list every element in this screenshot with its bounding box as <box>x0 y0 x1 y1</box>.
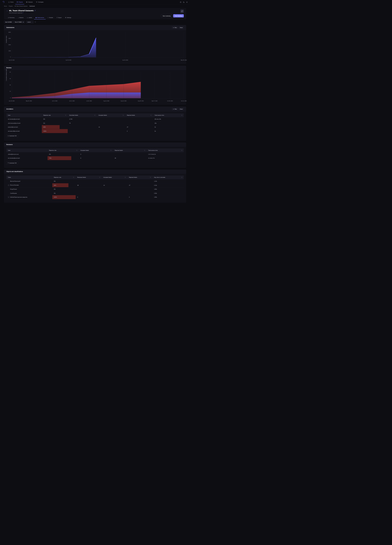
y-tick: 6000 <box>8 32 11 33</box>
tab-summary[interactable]: ◷Summary <box>6 16 16 19</box>
reset-button[interactable]: Reset <box>179 26 184 29</box>
column-header[interactable]: Total session time⇅ <box>147 148 184 152</box>
rejection-cell: 0% <box>52 187 76 191</box>
column-header[interactable]: Accepted labels⇅ <box>102 175 127 179</box>
edit-title-icon[interactable] <box>34 10 36 12</box>
table-cell: eric.landau@cord.tech <box>6 156 48 160</box>
column-header[interactable]: Accepted labels⇅ <box>97 113 125 117</box>
column-header[interactable]: Rejection rate⇅ <box>48 148 79 152</box>
submissions-chart: Submitted labels 60004500300015000 Apr 2… <box>6 32 184 61</box>
tab-settings[interactable]: ⚙Settings <box>64 16 73 19</box>
tab-performance[interactable]: ▦Performance <box>34 16 46 19</box>
table-row[interactable]: edward@cord.tech69%12270s <box>6 125 184 129</box>
table-row[interactable]: +Vehicle/Транспортное средство100%221.99… <box>6 195 184 199</box>
table-row[interactable]: annotator3@cord.tech100%20s <box>6 129 184 133</box>
moon-icon[interactable] <box>183 1 184 3</box>
table-row[interactable]: +Person/Человек69%3912272.16s <box>6 183 184 187</box>
sort-icon: ⇅ <box>150 177 151 178</box>
bell-icon[interactable] <box>180 1 182 3</box>
calendar-icon: ▦ <box>23 21 24 23</box>
edit-desc-icon[interactable] <box>23 12 24 13</box>
filter-bar: Apr 12 2022 → Nov 17 2022 ▦ Labels ⓘ <box>4 21 186 24</box>
table-row[interactable]: eric.landau@cord.tech76%92911 mins 17s <box>6 156 184 160</box>
nav-ontologies[interactable]: Ontologies <box>35 0 45 4</box>
sort-icon: ⇅ <box>65 115 66 116</box>
table-cell: 1 hr 4 mins 2s <box>147 152 184 156</box>
panel-title: Reviewers <box>6 144 13 145</box>
start-labelling-button[interactable]: Start labelling <box>173 14 184 18</box>
tab-labels[interactable]: ◇Labels <box>25 16 34 19</box>
expand-icon[interactable]: + <box>8 197 9 198</box>
download-csv-button[interactable]: ⬇Download CSV <box>6 134 18 137</box>
table-cell <box>97 117 125 121</box>
nav-home[interactable]: Home <box>7 0 15 4</box>
nav-label: Datasets <box>28 1 33 3</box>
table-cell: 1.80s <box>153 187 184 191</box>
back-button[interactable] <box>6 10 8 12</box>
table-cell <box>76 191 102 195</box>
y-tick: 45 <box>8 78 11 79</box>
reviewers-panel: Reviewers UserRejection rate⇅Accepted la… <box>4 142 186 168</box>
nav-label: Projects <box>18 1 23 3</box>
annotators-table: UserRejection rate⇅Submitted labels⇅Acce… <box>6 113 184 133</box>
panel-title: Annotators <box>6 108 13 110</box>
table-cell: 38 mins 23s <box>153 117 184 121</box>
column-header[interactable]: Total session time⇅ <box>153 113 184 117</box>
tab-export[interactable]: ↥Export <box>55 16 63 19</box>
nav-label: Ontologies <box>38 1 44 3</box>
ontologies-icon <box>36 1 37 3</box>
projects-icon <box>17 1 18 3</box>
table-row[interactable]: uthara@encord.com0%31 hr 4 mins 2s <box>6 152 184 156</box>
x-tick: Oct 31, 2022 <box>181 100 187 101</box>
expand-icon[interactable]: + <box>8 185 9 186</box>
date-range-picker[interactable]: Apr 12 2022 → Nov 17 2022 ▦ <box>4 21 25 24</box>
refresh-button[interactable] <box>180 10 184 13</box>
filter-button[interactable]: ⫧Filter <box>172 108 178 110</box>
top-nav: Home Projects Datasets Ontologies <box>0 0 190 4</box>
crumb-link[interactable]: Projects <box>9 6 13 7</box>
rejection-cell: 0% <box>52 179 76 183</box>
nav-projects[interactable]: Projects <box>15 0 24 4</box>
table-cell <box>102 187 127 191</box>
column-header[interactable]: Rejection rate⇅ <box>42 113 67 117</box>
table-row[interactable]: Batman/Киногерой0%1.13s <box>6 179 184 183</box>
reset-button[interactable]: Reset <box>179 108 184 110</box>
table-row[interactable]: Cow/Корова0%2.36s <box>6 191 184 195</box>
logo[interactable] <box>2 1 5 3</box>
sort-icon: ⇅ <box>99 177 100 178</box>
sort-icon: ⇅ <box>181 115 182 116</box>
annotators-panel: Annotators ⫧Filter Reset UserRejection r… <box>4 106 186 141</box>
filter-button[interactable]: ⫧Filter <box>172 26 178 29</box>
column-header[interactable]: Avg. time to annotate⇅ <box>153 175 184 179</box>
column-header[interactable]: Submitted labels⇅ <box>68 113 97 117</box>
column-header[interactable]: Rejected labels⇅ <box>113 148 147 152</box>
column-header[interactable]: Rejection rate⇅ <box>52 175 76 179</box>
x-tick: Jul 14, 2022 <box>52 100 57 101</box>
tag-icon: ◇ <box>27 17 28 18</box>
table-row[interactable]: Polyp/Полип0%1.80s <box>6 187 184 191</box>
crumb-link[interactable]: Home <box>4 6 7 7</box>
sort-icon: ⇅ <box>110 149 111 151</box>
svg-point-6 <box>37 2 37 2</box>
download-csv-button[interactable]: ⬇Download CSV <box>6 161 18 164</box>
table-row[interactable]: eric.landau@cord.tech0%4,75338 mins 23s <box>6 117 184 121</box>
column-header[interactable]: Rejected labels⇅ <box>127 175 153 179</box>
table-cell <box>97 121 125 125</box>
crumb-link[interactable]: ML Team Shared Datasets <box>15 6 28 7</box>
column-header: User <box>6 113 42 117</box>
labels-select[interactable]: Labels <box>26 21 34 24</box>
nav-datasets[interactable]: Datasets <box>25 0 34 4</box>
table-row[interactable]: ulrik.hansen@cord.tech0%7520s <box>6 121 184 125</box>
tab-models[interactable]: ✧Models <box>46 16 55 19</box>
user-icon[interactable] <box>186 1 188 3</box>
table-cell: 27 <box>127 183 153 187</box>
date-from: Apr 12 2022 <box>5 21 12 23</box>
home-icon <box>8 1 10 3</box>
column-header[interactable]: Rejected labels⇅ <box>125 113 153 117</box>
x-tick: Oct 30, 2022 <box>167 100 173 101</box>
info-icon[interactable]: ⓘ <box>35 21 36 23</box>
tab-explore[interactable]: ⌕Explore <box>17 16 25 19</box>
start-reviewing-button[interactable]: Start reviewing <box>161 14 172 18</box>
column-header[interactable]: Reviewed labels⇅ <box>76 175 102 179</box>
column-header[interactable]: Accepted labels⇅ <box>79 148 113 152</box>
